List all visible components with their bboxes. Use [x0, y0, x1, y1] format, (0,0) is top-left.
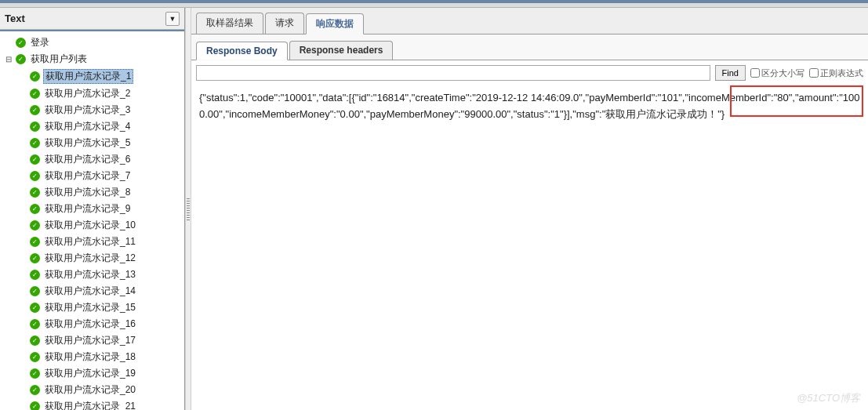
left-header: Text ▼	[0, 8, 184, 30]
tree-node-label: 获取用户流水记录_3	[43, 103, 132, 117]
tree-node[interactable]: ✓获取用户流水记录_17	[0, 332, 184, 349]
tree-node[interactable]: ✓获取用户流水记录_2	[0, 85, 184, 102]
tree-node-label: 获取用户流水记录_2	[43, 87, 132, 100]
success-icon: ✓	[30, 270, 40, 280]
success-icon: ✓	[16, 54, 26, 64]
tree-node[interactable]: ✓登录	[0, 34, 184, 51]
tab[interactable]: 响应数据	[306, 13, 364, 34]
case-sensitive-input[interactable]	[750, 68, 760, 78]
success-icon: ✓	[30, 105, 40, 115]
top-tabs: 取样器结果请求响应数据	[191, 8, 868, 34]
success-icon: ✓	[30, 336, 40, 346]
success-icon: ✓	[30, 352, 40, 362]
success-icon: ✓	[30, 253, 40, 263]
find-row: Find 区分大小写 正则表达式	[191, 60, 868, 85]
tree-node-label: 获取用户流水记录_10	[43, 219, 137, 232]
tree-node-label: 获取用户流水记录_12	[43, 252, 137, 265]
tree-node[interactable]: ✓获取用户流水记录_9	[0, 201, 184, 217]
results-tree[interactable]: ✓登录⊟✓获取用户列表✓获取用户流水记录_1✓获取用户流水记录_2✓获取用户流水…	[0, 30, 184, 410]
success-icon: ✓	[30, 171, 40, 181]
tree-node[interactable]: ✓获取用户流水记录_20	[0, 382, 184, 398]
case-sensitive-checkbox[interactable]: 区分大小写	[750, 67, 804, 79]
left-header-title: Text	[5, 13, 25, 24]
tree-node-label: 获取用户流水记录_21	[43, 400, 137, 410]
tree-node[interactable]: ✓获取用户流水记录_16	[0, 316, 184, 332]
success-icon: ✓	[30, 286, 40, 296]
tree-node-label: 获取用户流水记录_14	[43, 285, 137, 298]
regex-label: 正则表达式	[820, 67, 863, 79]
tree-node[interactable]: ✓获取用户流水记录_7	[0, 168, 184, 184]
tree-node-label: 获取用户流水记录_17	[43, 334, 137, 347]
view-mode-dropdown[interactable]: ▼	[165, 12, 180, 26]
expand-toggle-icon[interactable]: ⊟	[5, 55, 13, 63]
success-icon: ✓	[30, 122, 40, 132]
tree-node[interactable]: ✓获取用户流水记录_4	[0, 118, 184, 135]
tree-node[interactable]: ✓获取用户流水记录_5	[0, 135, 184, 151]
success-icon: ✓	[30, 89, 40, 99]
splitter[interactable]	[185, 8, 191, 410]
tree-node[interactable]: ✓获取用户流水记录_21	[0, 398, 184, 410]
splitter-grip	[187, 198, 190, 220]
tree-node[interactable]: ⊟✓获取用户列表	[0, 51, 184, 67]
tree-node-label: 获取用户流水记录_19	[43, 367, 137, 380]
case-sensitive-label: 区分大小写	[761, 67, 804, 79]
tree-node[interactable]: ✓获取用户流水记录_15	[0, 299, 184, 316]
tree-node-label: 获取用户流水记录_6	[43, 153, 132, 166]
regex-input[interactable]	[809, 68, 819, 78]
find-button[interactable]: Find	[715, 65, 746, 81]
tree-node-label: 获取用户流水记录_13	[43, 268, 137, 281]
tab[interactable]: Response Body	[196, 42, 288, 60]
tree-node[interactable]: ✓获取用户流水记录_11	[0, 234, 184, 250]
tree-node-label: 获取用户流水记录_5	[43, 136, 132, 150]
tree-node-label: 获取用户流水记录_20	[43, 383, 137, 397]
success-icon: ✓	[30, 220, 40, 230]
success-icon: ✓	[30, 368, 40, 379]
success-icon: ✓	[30, 303, 40, 313]
tree-node[interactable]: ✓获取用户流水记录_3	[0, 102, 184, 118]
tree-node-label: 获取用户流水记录_11	[43, 235, 137, 249]
app-root: Text ▼ ✓登录⊟✓获取用户列表✓获取用户流水记录_1✓获取用户流水记录_2…	[0, 0, 868, 410]
tree-node[interactable]: ✓获取用户流水记录_10	[0, 217, 184, 234]
tree-node-label: 获取用户流水记录_8	[43, 186, 132, 199]
success-icon: ✓	[16, 38, 26, 48]
tree-node[interactable]: ✓获取用户流水记录_8	[0, 184, 184, 201]
regex-checkbox[interactable]: 正则表达式	[809, 67, 863, 79]
sub-tabs: Response BodyResponse headers	[191, 34, 868, 60]
tree-node[interactable]: ✓获取用户流水记录_18	[0, 349, 184, 365]
tree-node-label: 获取用户列表	[29, 53, 89, 66]
tree-node[interactable]: ✓获取用户流水记录_1	[0, 67, 184, 85]
success-icon: ✓	[30, 319, 40, 329]
tree-node[interactable]: ✓获取用户流水记录_13	[0, 267, 184, 283]
response-text: {"status":1,"code":"10001","data":[{"id"…	[199, 92, 859, 120]
tree-node[interactable]: ✓获取用户流水记录_14	[0, 283, 184, 299]
tree-node-label: 获取用户流水记录_4	[43, 120, 132, 133]
tree-node-label: 获取用户流水记录_1	[43, 69, 133, 84]
success-icon: ✓	[30, 401, 40, 410]
columns: Text ▼ ✓登录⊟✓获取用户列表✓获取用户流水记录_1✓获取用户流水记录_2…	[0, 8, 868, 410]
tab[interactable]: 请求	[265, 13, 304, 34]
success-icon: ✓	[30, 71, 40, 82]
tree-node[interactable]: ✓获取用户流水记录_12	[0, 250, 184, 267]
tree-node[interactable]: ✓获取用户流水记录_6	[0, 151, 184, 168]
success-icon: ✓	[30, 237, 40, 247]
success-icon: ✓	[30, 154, 40, 165]
left-pane: Text ▼ ✓登录⊟✓获取用户列表✓获取用户流水记录_1✓获取用户流水记录_2…	[0, 8, 185, 410]
right-pane: 取样器结果请求响应数据 Response BodyResponse header…	[191, 8, 868, 410]
find-input[interactable]	[196, 65, 710, 81]
tree-node-label: 获取用户流水记录_9	[43, 202, 132, 216]
success-icon: ✓	[30, 385, 40, 395]
success-icon: ✓	[30, 138, 40, 148]
success-icon: ✓	[30, 187, 40, 198]
tree-node-label: 获取用户流水记录_18	[43, 350, 137, 364]
success-icon: ✓	[30, 204, 40, 214]
response-body[interactable]: {"status":1,"code":"10001","data":[{"id"…	[191, 85, 868, 410]
tree-node-label: 获取用户流水记录_7	[43, 169, 132, 183]
tree-node-label: 登录	[29, 36, 51, 49]
tree-node-label: 获取用户流水记录_15	[43, 301, 137, 314]
watermark: @51CTO博客	[797, 391, 860, 405]
tree-node[interactable]: ✓获取用户流水记录_19	[0, 365, 184, 382]
tab[interactable]: 取样器结果	[196, 13, 263, 34]
tab[interactable]: Response headers	[289, 41, 394, 60]
tree-node-label: 获取用户流水记录_16	[43, 317, 137, 331]
